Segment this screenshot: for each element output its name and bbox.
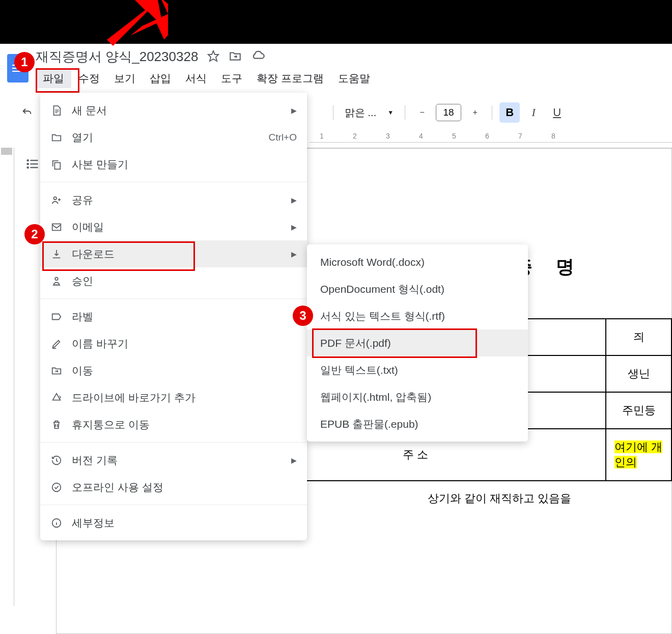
chevron-down-icon: ▼	[387, 109, 394, 116]
download-option-rtf[interactable]: 서식 있는 텍스트 형식(.rtf)	[307, 302, 528, 329]
download-option-html[interactable]: 웹페이지(.html, 압축됨)	[307, 383, 528, 410]
svg-rect-11	[55, 112, 58, 113]
move-folder-icon[interactable]	[229, 49, 242, 65]
menu-format[interactable]: 서식	[178, 69, 214, 88]
approve-icon	[50, 275, 63, 287]
rename-icon	[50, 338, 63, 350]
menu-tools[interactable]: 도구	[214, 69, 249, 88]
menu-item-rename[interactable]: 이름 바꾸기	[40, 330, 307, 357]
menu-insert[interactable]: 삽입	[143, 69, 178, 88]
svg-point-3	[26, 159, 29, 162]
svg-rect-10	[55, 111, 59, 111]
document-caption: 상기와 같이 재직하고 있음을	[428, 491, 571, 506]
menu-separator	[40, 298, 307, 299]
folder-icon	[50, 131, 63, 144]
svg-point-13	[54, 197, 57, 200]
submenu-arrow-icon: ▶	[291, 456, 297, 464]
ruler-tick: 1	[320, 132, 324, 140]
email-icon	[50, 221, 63, 233]
table-cell[interactable]: 즤	[606, 319, 671, 355]
download-option-epub[interactable]: EPUB 출판물(.epub)	[307, 410, 528, 437]
menu-item-copy[interactable]: 사본 만들기	[40, 151, 307, 178]
menu-item-share[interactable]: 공유 ▶	[40, 186, 307, 213]
menu-extensions[interactable]: 확장 프로그램	[249, 69, 331, 88]
download-option-docx[interactable]: Microsoft Word(.docx)	[307, 249, 528, 275]
menu-edit[interactable]: 수정	[71, 69, 107, 88]
font-increase-button[interactable]: +	[465, 103, 485, 122]
horizontal-ruler[interactable]: 1 2 3 4 5 6 7 8	[310, 129, 672, 143]
svg-point-15	[55, 277, 58, 280]
menu-item-offline[interactable]: 오프라인 사용 설정	[40, 474, 307, 501]
label-icon	[50, 311, 63, 323]
menubar: 파일 수정 보기 삽입 서식 도구 확장 프로그램 도움말	[36, 69, 377, 88]
menu-help[interactable]: 도움말	[331, 69, 377, 88]
ruler-tick: 3	[386, 132, 390, 140]
menu-item-label: 공유	[72, 193, 93, 207]
annotation-badge-3: 3	[293, 306, 313, 326]
highlighted-text: 여기에 개인의	[614, 440, 662, 468]
menu-item-version-history[interactable]: 버전 기록 ▶	[40, 447, 307, 474]
table-cell[interactable]: 여기에 개인의	[606, 429, 671, 481]
outline-toggle-button[interactable]	[25, 157, 40, 175]
menu-item-download[interactable]: 다운로드 ▶	[40, 240, 307, 267]
cloud-status-icon[interactable]	[251, 49, 265, 65]
font-family-select[interactable]: 맑은 ... ▼	[341, 106, 398, 120]
offline-icon	[50, 481, 63, 493]
svg-rect-6	[30, 163, 38, 164]
submenu-arrow-icon: ▶	[291, 250, 297, 258]
font-size-input[interactable]: 18	[436, 104, 461, 121]
menu-item-label: 승인	[72, 274, 93, 288]
menu-item-label: 이름 바꾸기	[72, 337, 128, 351]
menu-item-label: 드라이브에 바로가기 추가	[72, 391, 195, 405]
download-option-pdf[interactable]: PDF 문서(.pdf)	[307, 329, 528, 356]
ruler-tick: 2	[353, 132, 357, 140]
menu-item-label: 휴지통으로 이동	[72, 418, 150, 432]
menu-item-label: 버전 기록	[72, 453, 118, 467]
svg-rect-14	[52, 224, 61, 230]
menu-item-label: 이동	[72, 364, 93, 378]
menu-item-add-shortcut[interactable]: 드라이브에 바로가기 추가	[40, 384, 307, 411]
menu-item-label: 사본 만들기	[72, 157, 128, 172]
star-icon[interactable]	[207, 50, 219, 64]
annotation-badge-2: 2	[24, 224, 45, 244]
svg-rect-12	[54, 162, 60, 169]
menu-view[interactable]: 보기	[107, 69, 143, 88]
download-option-txt[interactable]: 일반 텍스트(.txt)	[307, 356, 528, 383]
svg-point-7	[26, 167, 29, 169]
svg-marker-2	[208, 51, 218, 61]
menu-item-label: 새 문서	[72, 103, 107, 118]
download-option-odt[interactable]: OpenDocument 형식(.odt)	[307, 275, 528, 302]
menu-item-approve[interactable]: 승인	[40, 267, 307, 294]
menu-separator	[40, 505, 307, 505]
ruler-tick: 5	[452, 132, 456, 140]
menu-item-trash[interactable]: 휴지통으로 이동	[40, 411, 307, 438]
table-cell[interactable]: 생닌	[606, 355, 671, 392]
menu-item-new[interactable]: 새 문서 ▶	[40, 97, 307, 124]
menu-item-label: 이메일	[72, 220, 104, 234]
submenu-arrow-icon: ▶	[291, 196, 297, 204]
menu-file[interactable]: 파일	[36, 69, 71, 88]
ruler-tick: 6	[485, 132, 489, 140]
history-icon	[50, 454, 63, 466]
font-decrease-button[interactable]: −	[412, 103, 432, 122]
svg-rect-8	[30, 167, 38, 168]
menu-separator	[40, 442, 307, 443]
svg-rect-9	[55, 109, 59, 110]
menu-item-move[interactable]: 이동	[40, 357, 307, 384]
file-dropdown-menu: 새 문서 ▶ 열기 Ctrl+O 사본 만들기 공유 ▶ 이메일 ▶ 다운로드 …	[40, 93, 307, 540]
menu-item-label: 라벨	[72, 310, 93, 324]
vertical-ruler[interactable]	[0, 148, 14, 606]
menu-item-label: 다운로드	[72, 247, 115, 261]
menu-separator	[40, 182, 307, 182]
table-cell[interactable]: 주민등	[606, 392, 671, 429]
menu-item-email[interactable]: 이메일 ▶	[40, 213, 307, 240]
menu-item-open[interactable]: 열기 Ctrl+O	[40, 124, 307, 151]
underline-button[interactable]: U	[547, 103, 567, 122]
menu-item-labels[interactable]: 라벨	[40, 303, 307, 330]
menu-item-details[interactable]: 세부정보	[40, 509, 307, 536]
italic-button[interactable]: I	[524, 103, 543, 122]
ruler-tick: 7	[518, 132, 522, 140]
undo-button[interactable]	[17, 103, 37, 122]
drive-shortcut-icon	[50, 392, 63, 404]
bold-button[interactable]: B	[499, 102, 520, 123]
